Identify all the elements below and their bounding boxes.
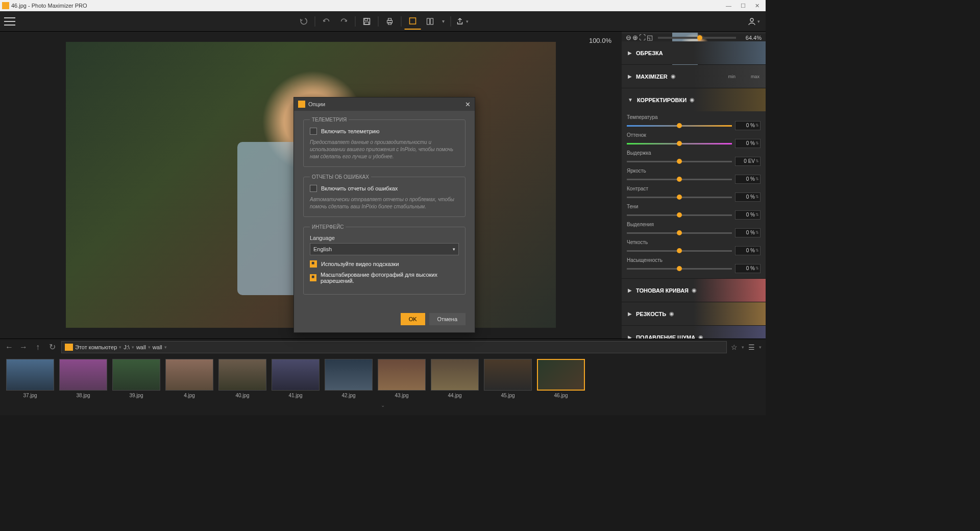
ok-button[interactable]: OK — [401, 313, 425, 325]
interface-group: ИНТЕРФЕЙС Language English ▾ Используйте… — [303, 224, 465, 295]
telemetry-checkbox[interactable] — [310, 128, 317, 135]
dialog-titlebar: Опции ✕ — [294, 98, 475, 111]
telemetry-group: ТЕЛЕМЕТРИЯ Включить телеметрию Предостав… — [303, 117, 465, 167]
dialog-overlay: Опции ✕ ТЕЛЕМЕТРИЯ Включить телеметрию П… — [0, 0, 766, 415]
cancel-button[interactable]: Отмена — [429, 313, 465, 325]
dialog-close-button[interactable]: ✕ — [465, 101, 471, 108]
hints-checkbox[interactable] — [310, 260, 317, 268]
chevron-down-icon: ▾ — [453, 247, 455, 252]
scale-checkbox[interactable] — [310, 274, 316, 281]
dialog-title-text: Опции — [308, 101, 325, 107]
language-select[interactable]: English ▾ — [310, 243, 459, 255]
errors-checkbox[interactable] — [310, 185, 317, 192]
app-icon — [298, 101, 305, 108]
errors-group: ОТЧЕТЫ ОБ ОШИБКАХ Включить отчеты об оши… — [303, 174, 465, 217]
options-dialog: Опции ✕ ТЕЛЕМЕТРИЯ Включить телеметрию П… — [293, 97, 475, 333]
